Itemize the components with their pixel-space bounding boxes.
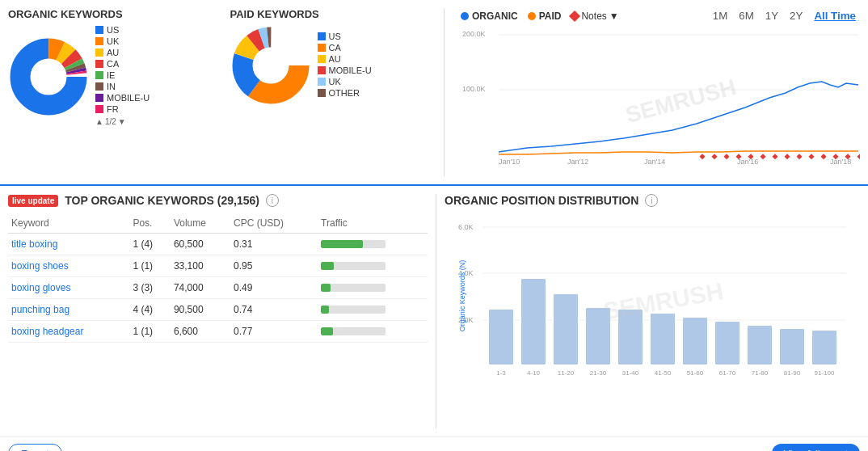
keyword-link[interactable]: boxing gloves bbox=[11, 282, 70, 293]
svg-rect-22 bbox=[711, 154, 717, 159]
svg-text:51-60: 51-60 bbox=[687, 369, 704, 377]
trend-chart: 200.0K 100.0K SEMRUSH bbox=[461, 27, 860, 176]
organic-legend-item: ORGANIC bbox=[461, 11, 518, 22]
cpc-cell: 0.77 bbox=[230, 321, 318, 343]
top-organic-title: TOP ORGANIC KEYWORDS (29,156) bbox=[65, 194, 259, 207]
traffic-bar-bg bbox=[321, 262, 386, 270]
notes-icon bbox=[569, 10, 580, 21]
info-icon-organic[interactable]: i bbox=[266, 194, 279, 207]
view-report-button[interactable]: View full report bbox=[772, 444, 860, 451]
svg-rect-54 bbox=[715, 322, 739, 365]
cpc-cell: 0.95 bbox=[230, 255, 318, 277]
volume-cell: 90,500 bbox=[171, 299, 230, 321]
paid-keywords-title: PAID KEYWORDS bbox=[230, 8, 436, 20]
svg-rect-48 bbox=[521, 279, 546, 365]
traffic-bar-bg bbox=[321, 240, 386, 248]
traffic-cell bbox=[318, 299, 428, 321]
svg-rect-27 bbox=[772, 154, 777, 159]
svg-rect-53 bbox=[683, 318, 707, 365]
svg-rect-23 bbox=[723, 154, 729, 159]
svg-point-15 bbox=[253, 48, 289, 83]
paid-legend: US CA AU MOBILE-U UK OTHER bbox=[318, 32, 372, 99]
svg-rect-29 bbox=[796, 154, 802, 159]
organic-dot bbox=[461, 12, 469, 20]
svg-text:Jan'14: Jan'14 bbox=[644, 158, 665, 164]
svg-text:91-100: 91-100 bbox=[815, 369, 835, 377]
traffic-bar-fill bbox=[321, 240, 363, 248]
svg-rect-55 bbox=[748, 326, 772, 365]
notes-button[interactable]: Notes ▼ bbox=[571, 11, 618, 22]
organic-keywords-panel: live update TOP ORGANIC KEYWORDS (29,156… bbox=[8, 194, 436, 428]
table-row: boxing gloves 3 (3) 74,000 0.49 bbox=[8, 277, 428, 299]
paid-donut-chart bbox=[230, 25, 311, 106]
pos-cell: 1 (4) bbox=[129, 234, 170, 255]
svg-text:Jan'16: Jan'16 bbox=[737, 158, 758, 164]
svg-text:SEMRUSH: SEMRUSH bbox=[623, 74, 739, 128]
organic-keywords-title: ORGANIC KEYWORDS bbox=[8, 8, 214, 20]
time-6m[interactable]: 6M bbox=[735, 8, 758, 23]
traffic-bar-fill bbox=[321, 327, 332, 335]
svg-rect-28 bbox=[784, 154, 790, 159]
traffic-cell bbox=[318, 321, 428, 343]
keyword-link[interactable]: title boxing bbox=[11, 238, 57, 250]
svg-text:1-3: 1-3 bbox=[496, 369, 506, 377]
pos-cell: 1 (1) bbox=[129, 321, 170, 343]
volume-cell: 60,500 bbox=[171, 234, 230, 255]
traffic-bar-bg bbox=[321, 327, 386, 335]
traffic-bar-fill bbox=[321, 306, 329, 314]
info-icon-dist[interactable]: i bbox=[645, 194, 658, 207]
table-row: boxing headgear 1 (1) 6,600 0.77 bbox=[8, 321, 428, 343]
time-filter-group: 1M 6M 1Y 2Y All Time bbox=[709, 8, 860, 23]
col-keyword: Keyword bbox=[8, 213, 129, 234]
traffic-cell bbox=[318, 234, 428, 255]
svg-rect-52 bbox=[651, 314, 675, 365]
svg-text:Organic Keywords (N): Organic Keywords (N) bbox=[458, 260, 466, 332]
col-pos: Pos. bbox=[129, 213, 170, 234]
traffic-cell bbox=[318, 255, 428, 277]
bottom-actions: Export View full report bbox=[0, 436, 868, 451]
svg-rect-34 bbox=[857, 154, 860, 159]
keyword-link[interactable]: punching bag bbox=[11, 304, 70, 315]
paid-legend-item: PAID bbox=[528, 11, 562, 22]
svg-text:6.0K: 6.0K bbox=[458, 223, 474, 231]
volume-cell: 74,000 bbox=[171, 277, 230, 299]
position-dist-panel: ORGANIC POSITION DISTRIBUTION i 6.0K 4.0… bbox=[445, 194, 860, 428]
svg-rect-56 bbox=[780, 329, 804, 365]
keywords-table: Keyword Pos. Volume CPC (USD) Traffic ti… bbox=[8, 213, 428, 343]
keyword-link[interactable]: boxing headgear bbox=[11, 326, 83, 337]
traffic-bar-fill bbox=[321, 284, 331, 292]
svg-rect-49 bbox=[554, 294, 578, 365]
live-badge: live update bbox=[8, 195, 58, 207]
time-1y[interactable]: 1Y bbox=[761, 8, 782, 23]
keyword-link[interactable]: boxing shoes bbox=[11, 260, 69, 272]
pos-cell: 3 (3) bbox=[129, 277, 170, 299]
cpc-cell: 0.49 bbox=[230, 277, 318, 299]
bar-chart: 6.0K 4.0K 2.0K Organic Keywords (N) bbox=[445, 215, 860, 393]
time-all[interactable]: All Time bbox=[810, 8, 860, 23]
pos-cell: 1 (1) bbox=[129, 255, 170, 277]
svg-text:81-90: 81-90 bbox=[784, 369, 801, 377]
col-traffic: Traffic bbox=[318, 213, 428, 234]
paid-dot bbox=[528, 12, 536, 20]
time-2y[interactable]: 2Y bbox=[786, 8, 807, 23]
pos-cell: 4 (4) bbox=[129, 299, 170, 321]
pos-dist-title: ORGANIC POSITION DISTRIBUTION bbox=[445, 194, 638, 207]
pagination-label: 1/2 bbox=[105, 117, 116, 126]
svg-text:61-70: 61-70 bbox=[719, 369, 736, 377]
cpc-cell: 0.31 bbox=[230, 234, 318, 255]
col-cpc: CPC (USD) bbox=[230, 213, 318, 234]
traffic-cell bbox=[318, 277, 428, 299]
export-button[interactable]: Export bbox=[8, 444, 62, 451]
svg-rect-31 bbox=[820, 154, 826, 159]
table-row: boxing shoes 1 (1) 33,100 0.95 bbox=[8, 255, 428, 277]
svg-text:71-80: 71-80 bbox=[752, 369, 769, 377]
svg-rect-26 bbox=[760, 154, 765, 159]
table-row: title boxing 1 (4) 60,500 0.31 bbox=[8, 234, 428, 255]
traffic-bar-bg bbox=[321, 306, 386, 314]
traffic-bar-bg bbox=[321, 284, 386, 292]
svg-text:4-10: 4-10 bbox=[527, 369, 541, 377]
time-1m[interactable]: 1M bbox=[709, 8, 732, 23]
svg-text:100.0K: 100.0K bbox=[462, 85, 486, 93]
organic-donut-chart bbox=[8, 36, 89, 117]
col-volume: Volume bbox=[171, 213, 230, 234]
